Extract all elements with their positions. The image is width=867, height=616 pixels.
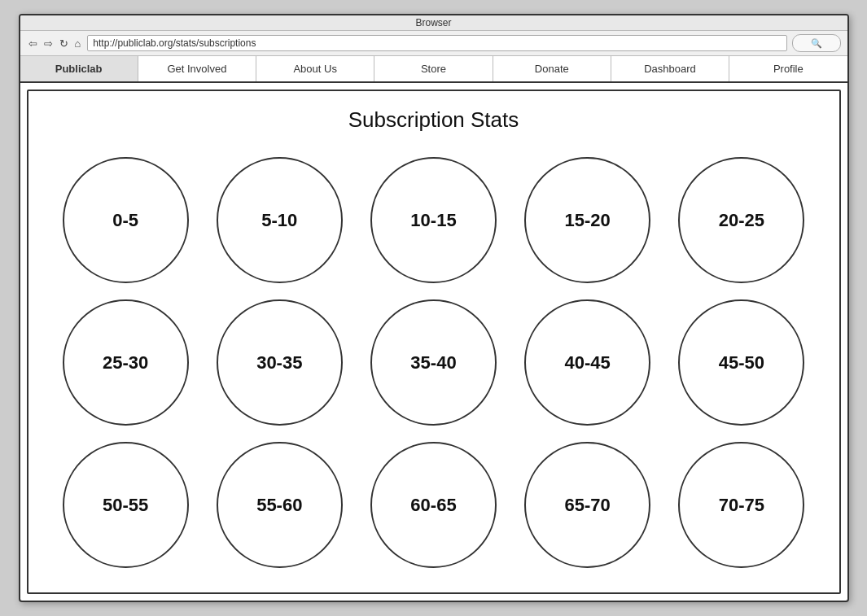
- search-button[interactable]: 🔍: [792, 34, 841, 52]
- circle-item: 10-15: [361, 157, 506, 283]
- circles-grid: 0-55-1010-1515-2020-2525-3030-3535-4040-…: [53, 157, 815, 568]
- circle-item: 5-10: [207, 157, 352, 283]
- circle-65-70[interactable]: 65-70: [524, 442, 650, 568]
- circle-item: 70-75: [668, 442, 814, 568]
- circle-item: 60-65: [361, 442, 506, 568]
- circle-item: 50-55: [53, 442, 199, 568]
- nav-item-get-involved[interactable]: Get Involved: [138, 56, 256, 81]
- search-icon: 🔍: [811, 38, 822, 49]
- nav-item-dashboard[interactable]: Dashboard: [611, 56, 729, 81]
- circle-55-60[interactable]: 55-60: [217, 442, 343, 568]
- circle-item: 40-45: [515, 299, 660, 426]
- circle-item: 25-30: [53, 299, 199, 426]
- circle-0-5[interactable]: 0-5: [63, 157, 189, 283]
- refresh-button[interactable]: ↻: [58, 37, 70, 50]
- circle-10-15[interactable]: 10-15: [370, 157, 497, 283]
- page-title: Subscription Stats: [53, 107, 815, 133]
- circle-45-50[interactable]: 45-50: [678, 299, 804, 426]
- circle-5-10[interactable]: 5-10: [217, 157, 343, 283]
- nav-item-profile[interactable]: Profile: [729, 56, 847, 81]
- circle-item: 45-50: [668, 299, 814, 426]
- back-button[interactable]: ⇦: [27, 37, 39, 50]
- circle-15-20[interactable]: 15-20: [524, 157, 650, 283]
- nav-item-publiclab[interactable]: Publiclab: [20, 56, 138, 81]
- circle-item: 55-60: [207, 442, 352, 568]
- circle-50-55[interactable]: 50-55: [63, 442, 189, 568]
- address-bar[interactable]: [87, 35, 786, 51]
- circle-20-25[interactable]: 20-25: [678, 157, 804, 283]
- circle-60-65[interactable]: 60-65: [370, 442, 497, 568]
- circle-item: 30-35: [207, 299, 352, 426]
- nav-item-about-us[interactable]: About Us: [256, 56, 374, 81]
- circle-item: 0-5: [53, 157, 199, 283]
- browser-title-bar: Browser: [20, 15, 847, 31]
- browser-title-label: Browser: [415, 17, 451, 28]
- circle-35-40[interactable]: 35-40: [370, 299, 497, 426]
- nav-item-store[interactable]: Store: [374, 56, 493, 81]
- forward-button[interactable]: ⇨: [42, 37, 55, 50]
- circle-item: 35-40: [361, 299, 506, 426]
- circle-item: 65-70: [515, 442, 660, 568]
- main-content: Subscription Stats 0-55-1010-1515-2020-2…: [27, 90, 841, 594]
- nav-item-donate[interactable]: Donate: [493, 56, 611, 81]
- circle-item: 15-20: [515, 157, 660, 283]
- browser-nav-buttons: ⇦ ⇨ ↻ ⌂: [27, 37, 83, 50]
- home-button[interactable]: ⌂: [73, 37, 83, 50]
- circle-40-45[interactable]: 40-45: [524, 299, 650, 426]
- circle-30-35[interactable]: 30-35: [217, 299, 343, 426]
- browser-toolbar: ⇦ ⇨ ↻ ⌂ 🔍: [20, 31, 847, 56]
- circle-70-75[interactable]: 70-75: [678, 442, 804, 568]
- nav-bar: PubliclabGet InvolvedAbout UsStoreDonate…: [20, 56, 847, 83]
- browser-window: Browser ⇦ ⇨ ↻ ⌂ 🔍 PubliclabGet InvolvedA…: [19, 14, 849, 602]
- circle-25-30[interactable]: 25-30: [63, 299, 189, 426]
- circle-item: 20-25: [668, 157, 814, 283]
